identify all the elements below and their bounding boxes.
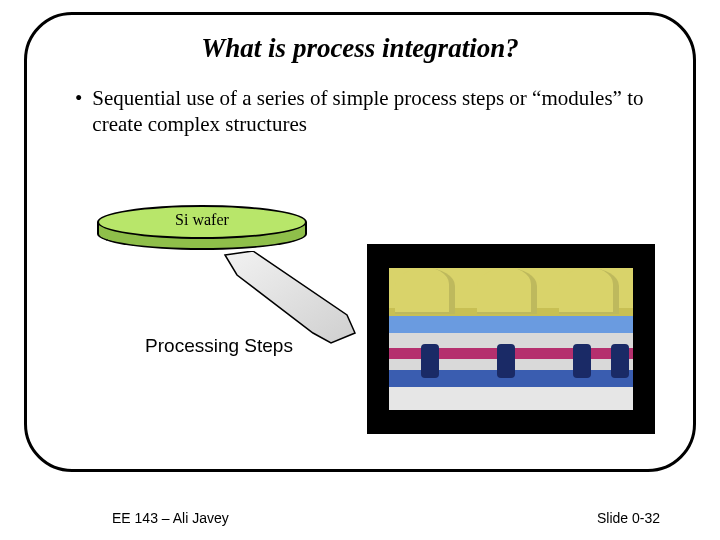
svg-marker-0 — [225, 251, 355, 343]
wafer-illustration: Si wafer — [97, 205, 307, 251]
processing-steps-label: Processing Steps — [139, 335, 299, 358]
chip-ridge — [395, 268, 455, 314]
slide-title: What is process integration? — [27, 33, 693, 64]
wafer-label: Si wafer — [97, 211, 307, 229]
footer-course: EE 143 – Ali Javey — [112, 510, 229, 526]
chip-ridge — [477, 268, 537, 314]
chip-via — [421, 344, 439, 378]
slide-frame: What is process integration? • Sequentia… — [24, 12, 696, 472]
chip-ridge — [559, 268, 619, 314]
bullet-text: Sequential use of a series of simple pro… — [92, 85, 645, 138]
bullet-item: • Sequential use of a series of simple p… — [75, 85, 645, 138]
footer-slide-number: Slide 0-32 — [597, 510, 660, 526]
chip-cross-section-image — [367, 244, 655, 434]
chip-via — [497, 344, 515, 378]
chip-via — [573, 344, 591, 378]
chip-via — [611, 344, 629, 378]
bullet-dot-icon: • — [75, 85, 82, 111]
